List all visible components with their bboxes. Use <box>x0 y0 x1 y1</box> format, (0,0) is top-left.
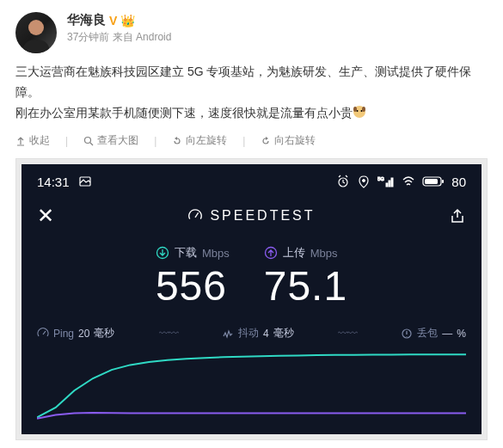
name-row: 华海良 V 👑 <box>67 12 488 28</box>
source-prefix: 来自 <box>113 31 133 43</box>
speedtest-screenshot: 14:31 5G 80 ✕ SPEEDTEST <box>21 164 482 434</box>
svg-point-0 <box>28 20 44 35</box>
view-large-button[interactable]: 查看大图 <box>83 133 138 148</box>
share-icon <box>449 207 466 224</box>
collapse-image-button[interactable]: 收起 <box>15 133 50 148</box>
speed-chart <box>37 349 466 422</box>
post-meta: 37分钟前 来自 Android <box>67 30 488 45</box>
verified-badge-icon: V <box>109 14 117 28</box>
svg-rect-11 <box>386 183 388 187</box>
weibo-post: 华海良 V 👑 37分钟前 来自 Android 三大运营商在魅族科技园区建立 … <box>0 0 503 440</box>
sub-stats: Ping 20毫秒 〰〰 抖动 4毫秒 〰〰 丢包 —% <box>37 326 466 341</box>
post-source[interactable]: Android <box>136 31 171 43</box>
download-icon <box>156 246 169 260</box>
close-icon: ✕ <box>37 204 54 228</box>
svg-text:5G: 5G <box>377 176 384 181</box>
status-time: 14:31 <box>37 175 70 189</box>
image-toolbar: 收起 | 查看大图 | 向左旋转 | 向右旋转 <box>15 133 488 148</box>
upload-metric: 上传 Mbps 75.1 <box>264 245 347 307</box>
battery-percent: 80 <box>451 175 466 189</box>
embedded-image[interactable]: 14:31 5G 80 ✕ SPEEDTEST <box>15 158 488 440</box>
location-icon <box>357 175 371 188</box>
download-metric: 下载 Mbps 556 <box>156 245 230 307</box>
username[interactable]: 华海良 <box>67 12 106 28</box>
content-line-1: 三大运营商在魅族科技园区建立 5G 专项基站，为魅族研发、生产、测试提供了硬件保… <box>15 62 488 103</box>
svg-rect-16 <box>442 180 444 183</box>
svg-rect-12 <box>389 181 390 187</box>
rotate-left-button[interactable]: 向左旋转 <box>172 133 227 148</box>
svg-rect-15 <box>425 179 438 184</box>
header-text: 华海良 V 👑 37分钟前 来自 Android <box>67 12 488 45</box>
signal-5g-icon: 5G <box>377 175 395 188</box>
gauge-icon <box>187 208 203 224</box>
loss-stat: 丢包 —% <box>401 326 466 341</box>
post-content: 三大运营商在魅族科技园区建立 5G 专项基站，为魅族研发、生产、测试提供了硬件保… <box>15 62 488 123</box>
svg-rect-13 <box>391 178 393 187</box>
separator: 〰〰 <box>159 328 178 340</box>
jitter-stat: 抖动 4毫秒 <box>222 326 294 341</box>
loss-icon <box>401 328 413 340</box>
phone-status-bar: 14:31 5G 80 <box>37 164 466 199</box>
divider: | <box>65 135 68 147</box>
rotate-right-button[interactable]: 向右旋转 <box>261 133 316 148</box>
separator: 〰〰 <box>338 328 357 340</box>
crown-icon: 👑 <box>120 14 135 28</box>
post-time: 37分钟前 <box>67 31 109 43</box>
divider: | <box>154 135 156 147</box>
svg-point-6 <box>85 137 91 143</box>
download-value: 556 <box>156 266 230 307</box>
jitter-icon <box>222 328 234 340</box>
speed-metrics: 下载 Mbps 556 上传 Mbps 75.1 <box>37 245 466 307</box>
divider: | <box>242 135 245 147</box>
svg-point-9 <box>363 180 365 182</box>
speedtest-logo: SPEEDTEST <box>187 208 315 224</box>
wifi-icon <box>402 175 415 188</box>
alarm-icon <box>336 175 350 188</box>
avatar[interactable] <box>15 12 57 53</box>
ping-icon <box>37 328 49 340</box>
content-line-2: 刚在办公室用某款手机随便测下速，速度很快就是流量有点小贵 <box>15 103 488 124</box>
battery-icon <box>422 175 445 187</box>
svg-point-5 <box>362 107 365 112</box>
svg-point-4 <box>353 107 357 112</box>
upload-value: 75.1 <box>264 266 347 307</box>
upload-icon <box>264 246 278 260</box>
speedtest-header: ✕ SPEEDTEST <box>37 204 466 228</box>
screenshot-indicator-icon <box>78 175 92 188</box>
dog-emoji-icon <box>353 105 366 119</box>
ping-stat: Ping 20毫秒 <box>37 326 114 341</box>
post-header: 华海良 V 👑 37分钟前 来自 Android <box>15 12 488 53</box>
